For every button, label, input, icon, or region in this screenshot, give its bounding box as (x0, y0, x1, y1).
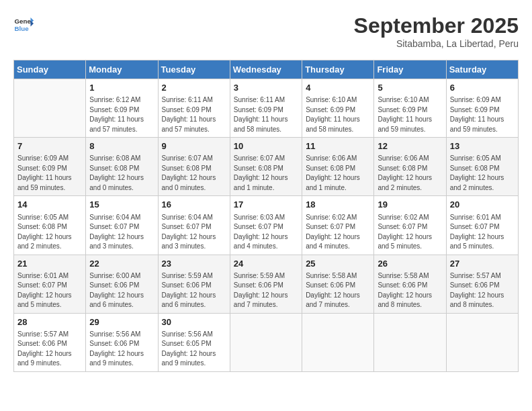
calendar-day-cell: 28Sunrise: 5:57 AMSunset: 6:06 PMDayligh… (14, 313, 86, 371)
calendar-day-cell: 1Sunrise: 6:12 AMSunset: 6:09 PMDaylight… (86, 79, 158, 138)
day-number: 1 (89, 82, 154, 94)
day-info: Sunrise: 6:08 AMSunset: 6:08 PMDaylight:… (89, 154, 154, 193)
calendar-day-cell: 15Sunrise: 6:04 AMSunset: 6:07 PMDayligh… (86, 196, 158, 255)
day-info: Sunrise: 5:57 AMSunset: 6:06 PMDaylight:… (450, 271, 515, 310)
calendar-day-cell: 30Sunrise: 5:56 AMSunset: 6:05 PMDayligh… (158, 313, 230, 371)
day-number: 17 (234, 199, 298, 211)
calendar-day-cell: 22Sunrise: 6:00 AMSunset: 6:06 PMDayligh… (86, 255, 158, 313)
calendar-day-cell: 26Sunrise: 5:58 AMSunset: 6:06 PMDayligh… (374, 255, 446, 313)
calendar-day-cell: 27Sunrise: 5:57 AMSunset: 6:06 PMDayligh… (446, 255, 518, 313)
calendar-day-cell: 9Sunrise: 6:07 AMSunset: 6:08 PMDaylight… (158, 138, 230, 196)
calendar-week-row: 21Sunrise: 6:01 AMSunset: 6:07 PMDayligh… (14, 255, 519, 313)
calendar-week-row: 7Sunrise: 6:09 AMSunset: 6:09 PMDaylight… (14, 138, 519, 196)
day-info: Sunrise: 6:02 AMSunset: 6:07 PMDaylight:… (378, 213, 442, 252)
calendar-day-cell: 16Sunrise: 6:04 AMSunset: 6:07 PMDayligh… (158, 196, 230, 255)
day-info: Sunrise: 6:06 AMSunset: 6:08 PMDaylight:… (378, 154, 442, 193)
calendar-day-cell: 29Sunrise: 5:56 AMSunset: 6:06 PMDayligh… (86, 313, 158, 371)
day-info: Sunrise: 5:58 AMSunset: 6:06 PMDaylight:… (306, 271, 370, 310)
day-number: 2 (162, 82, 226, 94)
day-number: 27 (450, 258, 515, 270)
day-number: 12 (378, 140, 442, 152)
day-number: 10 (234, 140, 298, 152)
day-number: 26 (378, 258, 442, 270)
day-number: 25 (306, 258, 370, 270)
calendar-header-sunday: Sunday (14, 60, 86, 79)
calendar-day-cell: 23Sunrise: 5:59 AMSunset: 6:06 PMDayligh… (158, 255, 230, 313)
day-info: Sunrise: 6:00 AMSunset: 6:06 PMDaylight:… (89, 271, 154, 310)
logo-icon: General Blue (13, 13, 34, 34)
day-number: 6 (450, 82, 515, 94)
day-number: 22 (89, 258, 154, 270)
day-info: Sunrise: 6:10 AMSunset: 6:09 PMDaylight:… (306, 95, 370, 134)
day-info: Sunrise: 5:56 AMSunset: 6:06 PMDaylight:… (89, 330, 154, 369)
day-info: Sunrise: 6:11 AMSunset: 6:09 PMDaylight:… (234, 95, 298, 134)
calendar-day-cell (14, 79, 86, 138)
calendar-day-cell: 8Sunrise: 6:08 AMSunset: 6:08 PMDaylight… (86, 138, 158, 196)
calendar-table: SundayMondayTuesdayWednesdayThursdayFrid… (13, 60, 519, 372)
day-number: 21 (17, 258, 82, 270)
day-number: 24 (234, 258, 298, 270)
day-info: Sunrise: 6:05 AMSunset: 6:08 PMDaylight:… (17, 213, 82, 252)
day-info: Sunrise: 6:01 AMSunset: 6:07 PMDaylight:… (450, 213, 515, 252)
day-info: Sunrise: 6:12 AMSunset: 6:09 PMDaylight:… (89, 95, 154, 134)
calendar-day-cell: 14Sunrise: 6:05 AMSunset: 6:08 PMDayligh… (14, 196, 86, 255)
day-number: 9 (162, 140, 226, 152)
day-number: 30 (162, 316, 226, 328)
calendar-day-cell: 20Sunrise: 6:01 AMSunset: 6:07 PMDayligh… (446, 196, 518, 255)
day-info: Sunrise: 6:11 AMSunset: 6:09 PMDaylight:… (162, 95, 226, 134)
day-info: Sunrise: 5:57 AMSunset: 6:06 PMDaylight:… (17, 330, 82, 369)
day-info: Sunrise: 6:07 AMSunset: 6:08 PMDaylight:… (162, 154, 226, 193)
day-info: Sunrise: 6:04 AMSunset: 6:07 PMDaylight:… (89, 213, 154, 252)
day-number: 14 (17, 199, 82, 211)
calendar-day-cell (374, 313, 446, 371)
day-number: 28 (17, 316, 82, 328)
day-number: 11 (306, 140, 370, 152)
calendar-header-row: SundayMondayTuesdayWednesdayThursdayFrid… (14, 60, 519, 79)
location: Sitabamba, La Libertad, Peru (354, 38, 519, 49)
calendar-day-cell (230, 313, 302, 371)
day-number: 15 (89, 199, 154, 211)
day-number: 13 (450, 140, 515, 152)
calendar-day-cell: 5Sunrise: 6:10 AMSunset: 6:09 PMDaylight… (374, 79, 446, 138)
calendar-header-saturday: Saturday (446, 60, 518, 79)
page-header: General Blue September 2025 Sitabamba, L… (13, 13, 519, 49)
day-number: 4 (306, 82, 370, 94)
day-info: Sunrise: 6:10 AMSunset: 6:09 PMDaylight:… (378, 95, 442, 134)
calendar-day-cell (302, 313, 374, 371)
day-info: Sunrise: 6:05 AMSunset: 6:08 PMDaylight:… (450, 154, 515, 193)
calendar-header-thursday: Thursday (302, 60, 374, 79)
day-info: Sunrise: 6:02 AMSunset: 6:07 PMDaylight:… (306, 213, 370, 252)
day-info: Sunrise: 6:04 AMSunset: 6:07 PMDaylight:… (162, 213, 226, 252)
calendar-day-cell: 4Sunrise: 6:10 AMSunset: 6:09 PMDaylight… (302, 79, 374, 138)
day-info: Sunrise: 5:59 AMSunset: 6:06 PMDaylight:… (234, 271, 298, 310)
day-info: Sunrise: 5:56 AMSunset: 6:05 PMDaylight:… (162, 330, 226, 369)
day-number: 23 (162, 258, 226, 270)
calendar-header-tuesday: Tuesday (158, 60, 230, 79)
calendar-header-monday: Monday (86, 60, 158, 79)
calendar-day-cell: 3Sunrise: 6:11 AMSunset: 6:09 PMDaylight… (230, 79, 302, 138)
calendar-day-cell: 10Sunrise: 6:07 AMSunset: 6:08 PMDayligh… (230, 138, 302, 196)
logo: General Blue (13, 13, 34, 34)
calendar-header-friday: Friday (374, 60, 446, 79)
calendar-day-cell: 12Sunrise: 6:06 AMSunset: 6:08 PMDayligh… (374, 138, 446, 196)
day-number: 8 (89, 140, 154, 152)
calendar-day-cell: 19Sunrise: 6:02 AMSunset: 6:07 PMDayligh… (374, 196, 446, 255)
month-title: September 2025 (354, 13, 519, 38)
day-number: 5 (378, 82, 442, 94)
calendar-day-cell: 17Sunrise: 6:03 AMSunset: 6:07 PMDayligh… (230, 196, 302, 255)
day-info: Sunrise: 6:01 AMSunset: 6:07 PMDaylight:… (17, 271, 82, 310)
calendar-day-cell: 6Sunrise: 6:09 AMSunset: 6:09 PMDaylight… (446, 79, 518, 138)
day-info: Sunrise: 5:59 AMSunset: 6:06 PMDaylight:… (162, 271, 226, 310)
day-number: 19 (378, 199, 442, 211)
day-number: 29 (89, 316, 154, 328)
calendar-week-row: 14Sunrise: 6:05 AMSunset: 6:08 PMDayligh… (14, 196, 519, 255)
calendar-day-cell (446, 313, 518, 371)
calendar-day-cell: 25Sunrise: 5:58 AMSunset: 6:06 PMDayligh… (302, 255, 374, 313)
day-info: Sunrise: 6:06 AMSunset: 6:08 PMDaylight:… (306, 154, 370, 193)
calendar-day-cell: 18Sunrise: 6:02 AMSunset: 6:07 PMDayligh… (302, 196, 374, 255)
calendar-day-cell: 7Sunrise: 6:09 AMSunset: 6:09 PMDaylight… (14, 138, 86, 196)
day-number: 7 (17, 140, 82, 152)
day-number: 16 (162, 199, 226, 211)
day-number: 20 (450, 199, 515, 211)
calendar-day-cell: 11Sunrise: 6:06 AMSunset: 6:08 PMDayligh… (302, 138, 374, 196)
